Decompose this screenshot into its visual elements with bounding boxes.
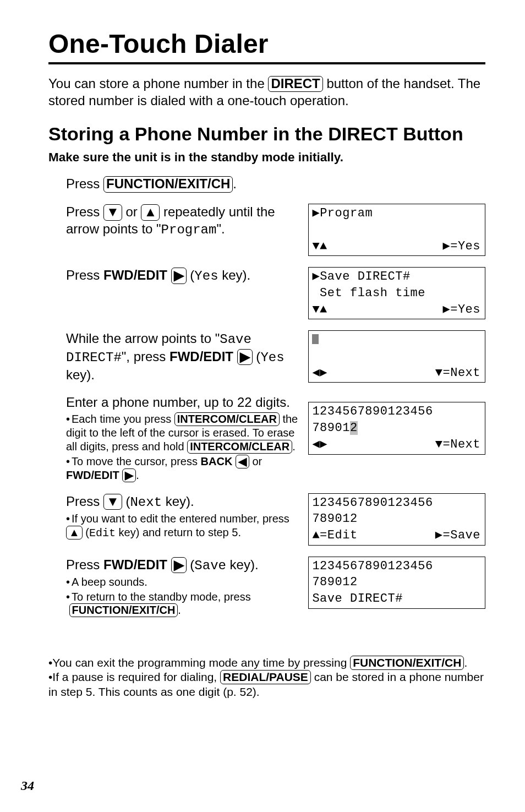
step2-program-word: Program (161, 222, 217, 237)
lcd5-line1: 1234567890123456 (312, 495, 480, 511)
step7-fwdedit: FWD/EDIT (103, 557, 167, 572)
step3-c: key). (218, 268, 251, 282)
lcd-display-2: ▶Save DIRECT# Set flash time ▼▲ ▶=Yes (308, 267, 485, 319)
lcd3-cursor (312, 334, 319, 344)
step2-b: or (122, 204, 141, 219)
note1-a: You can exit the programming mode any ti… (52, 656, 350, 669)
step7-s2a: To return to the standby mode, press (72, 591, 251, 603)
step-7: Press FWD/EDIT ▶ (Save key). •A beep sou… (48, 557, 485, 618)
step4-b: ", press (122, 349, 169, 364)
step7-c: key). (226, 557, 259, 572)
lcd5-line2: 789012 (312, 511, 480, 527)
right-arrow-key: ▶ (171, 268, 187, 284)
right-arrow-key-3: ▶ (122, 468, 136, 482)
lcd3-next: ▼=Next (435, 365, 480, 382)
down-arrow-key: ▼ (103, 204, 122, 220)
page-number: 34 (21, 778, 34, 793)
step4-a: While the arrow points to " (66, 331, 220, 346)
step6-edit: Edit (89, 527, 116, 539)
step6-c: key). (162, 494, 194, 509)
step3-b: ( (187, 268, 195, 282)
lcd2-line2: Set flash time (312, 285, 480, 302)
note1-b: . (464, 656, 467, 669)
function-exit-ch-ref-3: FUNCTION/EXIT/CH (350, 656, 464, 670)
step6-s1b: ( (83, 526, 89, 538)
step5-back: BACK (201, 455, 233, 467)
step-3: Press FWD/EDIT ▶ (Yes key). ▶Save DIRECT… (48, 267, 485, 319)
left-arrow-key: ◀ (236, 455, 249, 468)
direct-button-ref: DIRECT (268, 76, 322, 92)
step5-s2a: To move the cursor, press (72, 455, 201, 467)
step-2: Press ▼ or ▲ repeatedly until the arrow … (48, 204, 485, 256)
step6-s1c: key) and return to step 5. (116, 526, 241, 538)
step4-d: key). (66, 367, 95, 382)
lcd4-nav: ◀▶ (312, 437, 327, 453)
step7-s2b: . (178, 604, 181, 616)
step1-b: . (233, 176, 237, 191)
lcd2-line1: ▶Save DIRECT# (312, 269, 480, 285)
step5-s2c: . (136, 469, 139, 481)
lcd2-yes: ▶=Yes (442, 302, 480, 318)
function-exit-ch-ref-2: FUNCTION/EXIT/CH (69, 603, 178, 617)
lcd2-nav: ▼▲ (312, 302, 327, 318)
step3-fwdedit: FWD/EDIT (103, 268, 167, 282)
step6-next: Next (130, 495, 162, 510)
step-5: Enter a phone number, up to 22 digits. •… (48, 394, 485, 482)
up-arrow-key-2: ▲ (66, 526, 83, 539)
step3-a: Press (66, 268, 103, 282)
lcd-display-5: 1234567890123456 789012 ▲=Edit ▶=Save (308, 493, 485, 546)
step4-yes: Yes (260, 350, 284, 365)
redial-pause-ref: REDIAL/PAUSE (220, 670, 311, 684)
step2-d: ". (216, 221, 225, 236)
lcd6-line3: Save DIRECT# (312, 591, 480, 607)
lcd-display-4: 1234567890123456 789012 ◀▶ ▼=Next (308, 402, 485, 454)
down-arrow-key-2: ▼ (103, 494, 122, 510)
right-arrow-key-4: ▶ (171, 557, 187, 573)
up-arrow-key: ▲ (141, 204, 160, 220)
step7-a: Press (66, 557, 103, 572)
precondition: Make sure the unit is in the standby mod… (48, 150, 485, 165)
step1-a: Press (66, 176, 103, 191)
lcd4-next: ▼=Next (435, 437, 480, 453)
intro-text-a: You can store a phone number in the (48, 76, 268, 91)
step-4: While the arrow points to "Save DIRECT#"… (48, 330, 485, 383)
page-title: One-Touch Dialer (48, 29, 485, 59)
lcd1-nav: ▼▲ (312, 238, 327, 255)
section-heading: Storing a Phone Number in the DIRECT But… (48, 123, 485, 145)
note2-a: If a pause is required for dialing, (52, 671, 220, 683)
lcd6-line2: 789012 (312, 574, 480, 591)
lcd1-line1: ▶Program (312, 205, 480, 222)
step5-s1a: Each time you press (72, 413, 174, 425)
step5-fwdedit: FWD/EDIT (66, 469, 119, 481)
lcd-display-6: 1234567890123456 789012 Save DIRECT# (308, 557, 485, 609)
step4-fwdedit: FWD/EDIT (169, 349, 233, 364)
step5-s1c: . (292, 440, 296, 453)
step4-c: ( (253, 349, 261, 364)
title-rule (48, 62, 485, 64)
step2-a: Press (66, 204, 103, 219)
lcd4-line2: 78901 (312, 421, 350, 435)
lcd6-line1: 1234567890123456 (312, 558, 480, 575)
lcd1-yes: ▶=Yes (442, 238, 480, 255)
step-1: Press FUNCTION/EXIT/CH. (48, 176, 485, 193)
step7-b: ( (187, 557, 195, 572)
intercom-clear-ref-1: INTERCOM/CLEAR (174, 412, 280, 426)
step7-s1: A beep sounds. (72, 576, 147, 588)
intro-paragraph: You can store a phone number in the DIRE… (48, 75, 485, 109)
step3-yes: Yes (194, 269, 218, 284)
lcd4-cursor-digit: 2 (350, 421, 358, 435)
step5-s2b: or (249, 455, 262, 467)
step7-save: Save (194, 558, 226, 573)
lcd4-line1: 1234567890123456 (312, 404, 480, 420)
intercom-clear-ref-2: INTERCOM/CLEAR (187, 440, 292, 454)
lcd-display-1: ▶Program ▼▲ ▶=Yes (308, 204, 485, 256)
lcd3-nav: ◀▶ (312, 365, 327, 382)
lcd5-edit: ▲=Edit (312, 527, 357, 544)
step-6: Press ▼ (Next key). •If you want to edit… (48, 493, 485, 546)
step6-b: ( (122, 494, 130, 509)
footer-notes: •You can exit the programming mode any t… (48, 656, 485, 699)
step6-a: Press (66, 494, 103, 509)
lcd5-save: ▶=Save (435, 527, 480, 544)
right-arrow-key-2: ▶ (237, 349, 253, 365)
step5-main: Enter a phone number, up to 22 digits. (66, 394, 303, 411)
